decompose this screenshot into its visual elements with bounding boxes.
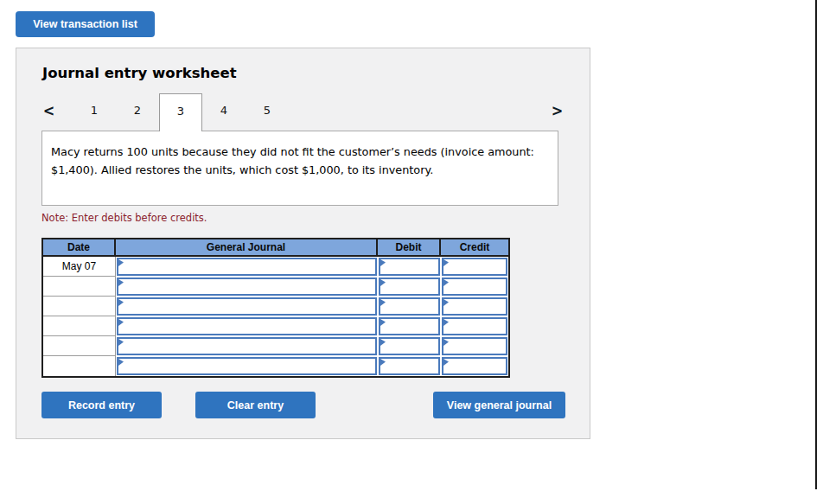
table-row [43, 316, 508, 336]
account-input-cell[interactable] [117, 297, 377, 316]
cell-edit-flag-icon [380, 359, 386, 366]
debit-input-cell[interactable] [379, 258, 440, 276]
table-row: May 07 [43, 257, 508, 277]
record-entry-button[interactable]: Record entry [41, 392, 162, 418]
date-cell [43, 356, 116, 376]
table-row [43, 356, 508, 376]
account-input-cell[interactable] [117, 357, 377, 375]
journal-entry-table: Date General Journal Debit Credit May 07 [41, 238, 510, 378]
cell-edit-flag-icon [380, 279, 386, 286]
tab-5[interactable]: 5 [246, 93, 289, 128]
journal-entry-panel: Journal entry worksheet < 1 2 3 4 5 > Ma… [16, 48, 590, 439]
cell-edit-flag-icon [443, 319, 449, 326]
cell-edit-flag-icon [443, 339, 449, 346]
account-input-cell[interactable] [117, 317, 377, 335]
worksheet-tab-bar: < 1 2 3 4 5 > [16, 93, 590, 131]
date-cell [43, 316, 116, 336]
table-row [43, 297, 508, 316]
tab-3-active[interactable]: 3 [159, 93, 202, 131]
header-debit: Debit [378, 239, 441, 255]
note-text: Note: Enter debits before credits. [41, 212, 207, 224]
cell-edit-flag-icon [118, 339, 124, 346]
cell-edit-flag-icon [380, 259, 386, 266]
chevron-right-icon[interactable]: > [552, 93, 564, 128]
cell-edit-flag-icon [443, 259, 449, 266]
debit-input-cell[interactable] [379, 297, 440, 316]
date-cell [43, 277, 116, 297]
cell-edit-flag-icon [118, 319, 124, 326]
credit-input-cell[interactable] [442, 278, 507, 296]
transaction-description: Macy returns 100 units because they did … [51, 143, 535, 179]
date-cell [43, 336, 116, 356]
credit-input-cell[interactable] [442, 297, 507, 316]
chevron-left-icon[interactable]: < [43, 93, 55, 128]
tab-2[interactable]: 2 [116, 93, 159, 128]
cell-edit-flag-icon [380, 319, 386, 326]
credit-input-cell[interactable] [442, 357, 507, 375]
cell-edit-flag-icon [443, 299, 449, 306]
header-credit: Credit [441, 239, 508, 255]
header-date: Date [43, 239, 116, 255]
cell-edit-flag-icon [118, 359, 124, 366]
credit-input-cell[interactable] [442, 258, 507, 276]
view-transaction-list-button[interactable]: View transaction list [16, 11, 155, 37]
account-input-cell[interactable] [117, 258, 377, 276]
table-row [43, 336, 508, 356]
account-input-cell[interactable] [117, 337, 377, 355]
view-general-journal-button[interactable]: View general journal [433, 392, 565, 418]
tab-strip: 1 2 3 4 5 [73, 93, 289, 131]
cell-edit-flag-icon [118, 299, 124, 306]
cell-edit-flag-icon [443, 279, 449, 286]
table-header-row: Date General Journal Debit Credit [43, 239, 508, 257]
transaction-description-box: Macy returns 100 units because they did … [41, 131, 558, 206]
date-cell [43, 297, 116, 316]
cell-edit-flag-icon [380, 339, 386, 346]
date-cell: May 07 [43, 257, 116, 277]
cell-edit-flag-icon [118, 279, 124, 286]
clear-entry-button[interactable]: Clear entry [195, 392, 316, 418]
page-title: Journal entry worksheet [42, 65, 237, 81]
window-right-edge [815, 0, 817, 489]
debit-input-cell[interactable] [379, 278, 440, 296]
credit-input-cell[interactable] [442, 317, 507, 335]
cell-edit-flag-icon [443, 359, 449, 366]
debit-input-cell[interactable] [379, 337, 440, 355]
account-input-cell[interactable] [117, 278, 377, 296]
tab-4[interactable]: 4 [202, 93, 246, 128]
header-general-journal: General Journal [116, 239, 378, 255]
tab-1[interactable]: 1 [73, 93, 116, 128]
debit-input-cell[interactable] [379, 357, 440, 375]
cell-edit-flag-icon [380, 299, 386, 306]
table-row [43, 277, 508, 297]
debit-input-cell[interactable] [379, 317, 440, 335]
credit-input-cell[interactable] [442, 337, 507, 355]
cell-edit-flag-icon [118, 259, 124, 266]
